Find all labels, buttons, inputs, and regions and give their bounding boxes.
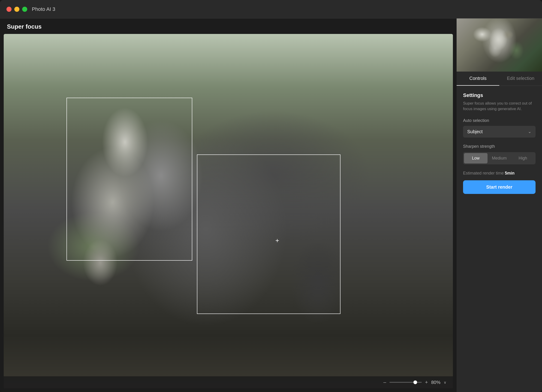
start-render-button[interactable]: Start render	[463, 180, 536, 194]
right-panel: Controls Edit selection Settings Super f…	[457, 18, 542, 392]
main-content: Super focus + – +	[0, 18, 542, 392]
auto-selection-label: Auto selection	[463, 118, 536, 123]
render-time-value: 5min	[505, 171, 515, 175]
tabs: Controls Edit selection	[457, 71, 542, 86]
sharpen-option-medium[interactable]: Medium	[488, 153, 511, 163]
zoom-value: 80%	[431, 380, 440, 385]
sharpen-options: Low Medium High	[463, 152, 536, 164]
controls-panel: Settings Super focus allows you to corre…	[457, 86, 542, 392]
dropdown-chevron-icon: ⌄	[528, 129, 531, 134]
page-title: Super focus	[0, 18, 457, 34]
close-button[interactable]	[6, 7, 11, 12]
thumbnail-dog-face	[470, 21, 534, 66]
settings-description: Super focus allows you to correct out of…	[463, 101, 536, 112]
zoom-slider[interactable]	[390, 382, 422, 383]
sharpen-option-high[interactable]: High	[511, 153, 535, 163]
zoom-in-button[interactable]: +	[425, 379, 428, 385]
traffic-lights	[6, 7, 27, 12]
zoom-chevron-icon[interactable]: ∨	[444, 380, 446, 385]
title-bar: Photo AI 3	[0, 0, 542, 18]
app-window: Photo AI 3 Super focus + –	[0, 0, 542, 392]
render-time-row: Estimated render time 5min	[463, 171, 536, 176]
minimize-button[interactable]	[14, 7, 19, 12]
dog-head-region	[26, 52, 273, 353]
settings-title: Settings	[463, 92, 536, 98]
maximize-button[interactable]	[22, 7, 27, 12]
canvas-area[interactable]: + – + 80% ∨	[4, 34, 453, 388]
left-panel: Super focus + – +	[0, 18, 457, 392]
tab-edit-selection[interactable]: Edit selection	[499, 71, 542, 86]
auto-selection-dropdown[interactable]: Subject ⌄	[463, 126, 536, 138]
tab-controls[interactable]: Controls	[457, 71, 499, 86]
sharpen-strength-label: Sharpen strength	[463, 144, 536, 149]
thumbnail-preview	[457, 18, 542, 71]
sharpen-option-low[interactable]: Low	[464, 153, 488, 163]
zoom-slider-thumb[interactable]	[413, 381, 417, 384]
photo-canvas: +	[4, 34, 453, 388]
crosshair-cursor: +	[275, 238, 280, 243]
zoom-bar: – + 80% ∨	[4, 376, 453, 388]
app-title: Photo AI 3	[32, 6, 55, 12]
auto-selection-value: Subject	[467, 129, 483, 134]
zoom-out-button[interactable]: –	[383, 379, 386, 385]
